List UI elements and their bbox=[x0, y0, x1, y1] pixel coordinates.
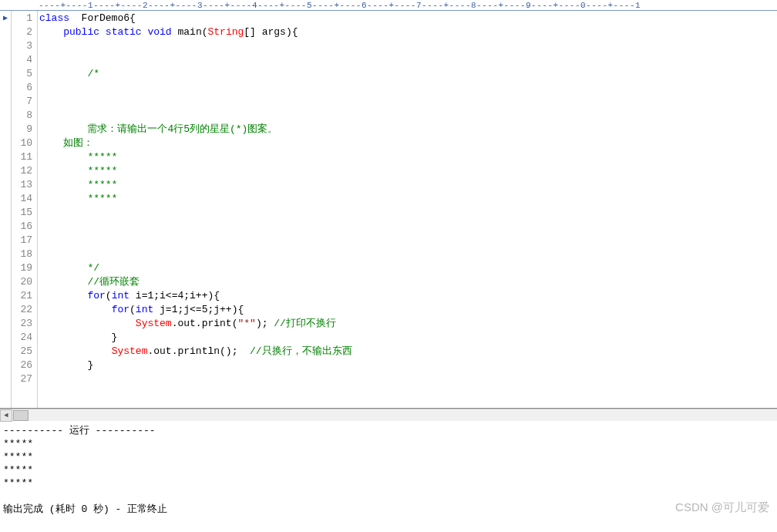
code-line[interactable]: System.out.print("*"); //打印不换行 bbox=[39, 317, 777, 331]
code-line[interactable] bbox=[39, 372, 777, 386]
code-line[interactable]: } bbox=[39, 359, 777, 372]
line-number: 10 bbox=[12, 136, 32, 150]
code-line[interactable]: for(int j=1;j<=5;j++){ bbox=[39, 303, 777, 317]
code-line[interactable]: //循环嵌套 bbox=[39, 275, 777, 289]
code-line[interactable]: class ForDemo6{ bbox=[39, 12, 777, 25]
line-number: 15 bbox=[12, 206, 32, 220]
editor-pane: ▶ 12345678910111213141516171819202122232… bbox=[0, 11, 777, 409]
line-number: 19 bbox=[12, 261, 32, 275]
code-line[interactable] bbox=[39, 81, 777, 95]
code-line[interactable] bbox=[39, 53, 777, 67]
line-number: 22 bbox=[12, 303, 32, 317]
code-editor[interactable]: class ForDemo6{ public static void main(… bbox=[38, 11, 777, 408]
horizontal-scrollbar[interactable]: ◄ bbox=[0, 409, 777, 421]
code-line[interactable] bbox=[39, 109, 777, 123]
code-line[interactable]: ***** bbox=[39, 164, 777, 178]
line-number: 25 bbox=[12, 345, 32, 359]
code-line[interactable]: ***** bbox=[39, 150, 777, 164]
line-number: 16 bbox=[12, 220, 32, 234]
code-line[interactable]: ***** bbox=[39, 192, 777, 206]
line-number: 21 bbox=[12, 289, 32, 303]
scroll-thumb[interactable] bbox=[13, 410, 29, 421]
code-line[interactable]: */ bbox=[39, 261, 777, 275]
line-number-gutter: 1234567891011121314151617181920212223242… bbox=[12, 11, 38, 408]
bookmark-icon[interactable]: ▶ bbox=[0, 12, 11, 25]
code-line[interactable]: public static void main(String[] args){ bbox=[39, 25, 777, 39]
line-number: 5 bbox=[12, 67, 32, 81]
line-number: 27 bbox=[12, 372, 32, 386]
line-number: 17 bbox=[12, 234, 32, 247]
line-number: 2 bbox=[12, 25, 32, 39]
code-line[interactable]: 如图： bbox=[39, 136, 777, 150]
line-number: 14 bbox=[12, 192, 32, 206]
line-number: 12 bbox=[12, 164, 32, 178]
line-number: 24 bbox=[12, 331, 32, 345]
line-number: 26 bbox=[12, 359, 32, 372]
line-number: 4 bbox=[12, 53, 32, 67]
code-line[interactable] bbox=[39, 95, 777, 109]
line-number: 6 bbox=[12, 81, 32, 95]
scroll-left-arrow-icon[interactable]: ◄ bbox=[0, 409, 12, 422]
code-line[interactable] bbox=[39, 39, 777, 53]
line-number: 8 bbox=[12, 109, 32, 123]
column-ruler: ----+----1----+----2----+----3----+----4… bbox=[0, 0, 777, 11]
code-line[interactable]: System.out.println(); //只换行，不输出东西 bbox=[39, 345, 777, 359]
code-line[interactable] bbox=[39, 220, 777, 234]
code-line[interactable]: 需求：请输出一个4行5列的星星(*)图案。 bbox=[39, 123, 777, 136]
code-line[interactable]: /* bbox=[39, 67, 777, 81]
line-number: 7 bbox=[12, 95, 32, 109]
line-number: 23 bbox=[12, 317, 32, 331]
line-number: 11 bbox=[12, 150, 32, 164]
code-line[interactable] bbox=[39, 234, 777, 247]
line-number: 13 bbox=[12, 178, 32, 192]
code-line[interactable]: ***** bbox=[39, 178, 777, 192]
line-number: 20 bbox=[12, 275, 32, 289]
code-line[interactable] bbox=[39, 206, 777, 220]
marker-gutter: ▶ bbox=[0, 11, 12, 408]
line-number: 3 bbox=[12, 39, 32, 53]
line-number: 18 bbox=[12, 247, 32, 261]
line-number: 1 bbox=[12, 12, 32, 25]
code-line[interactable]: } bbox=[39, 331, 777, 345]
line-number: 9 bbox=[12, 123, 32, 136]
output-console[interactable]: ---------- 运行 ---------- ***** ***** ***… bbox=[0, 421, 777, 532]
code-line[interactable]: for(int i=1;i<=4;i++){ bbox=[39, 289, 777, 303]
code-line[interactable] bbox=[39, 247, 777, 261]
